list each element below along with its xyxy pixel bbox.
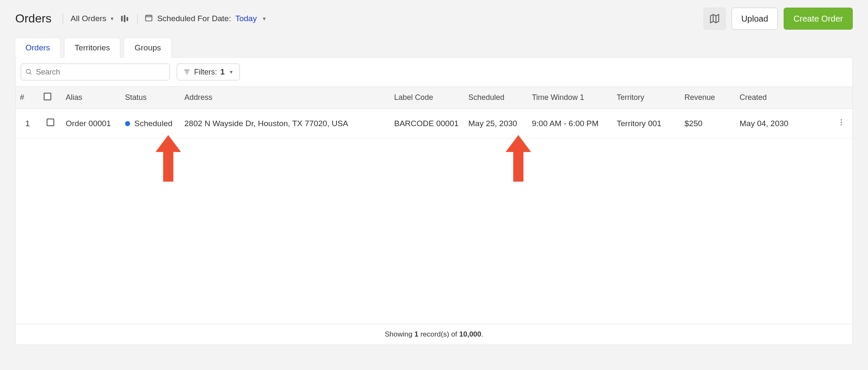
cell-scheduled: May 25, 2030 xyxy=(464,109,528,138)
svg-rect-3 xyxy=(145,15,152,21)
row-actions-button[interactable] xyxy=(830,109,852,138)
table-body-area xyxy=(16,138,852,324)
annotation-arrow-status xyxy=(156,135,181,182)
search-input[interactable] xyxy=(36,68,165,77)
tab-territories[interactable]: Territories xyxy=(64,38,120,58)
column-header-revenue[interactable]: Revenue xyxy=(680,87,735,109)
svg-marker-7 xyxy=(710,14,719,23)
column-header-label-code[interactable]: Label Code xyxy=(390,87,464,109)
map-button[interactable] xyxy=(704,8,726,30)
footer-suffix: . xyxy=(481,330,484,338)
orders-table: # Alias Status Address Label Code Schedu… xyxy=(16,87,852,138)
svg-rect-0 xyxy=(121,16,123,22)
svg-point-16 xyxy=(840,121,842,123)
cell-num: 1 xyxy=(16,109,39,138)
column-header-actions xyxy=(830,87,852,109)
tune-icon[interactable] xyxy=(119,13,131,25)
search-icon xyxy=(25,68,33,76)
column-header-alias[interactable]: Alias xyxy=(61,87,121,109)
svg-marker-19 xyxy=(506,135,531,182)
divider xyxy=(63,14,63,24)
cell-territory: Territory 001 xyxy=(612,109,680,138)
filters-label: Filters: xyxy=(194,68,217,77)
tab-orders[interactable]: Orders xyxy=(15,38,61,58)
svg-point-10 xyxy=(26,69,31,74)
cell-checkbox[interactable] xyxy=(39,109,61,138)
cell-time-window: 9:00 AM - 6:00 PM xyxy=(528,109,612,138)
svg-rect-1 xyxy=(124,15,125,22)
create-order-button[interactable]: Create Order xyxy=(784,8,853,30)
column-header-status[interactable]: Status xyxy=(121,87,180,109)
cell-status: Scheduled xyxy=(121,109,180,138)
svg-point-15 xyxy=(840,119,842,121)
status-dot-icon xyxy=(125,121,130,126)
footer-total: 10,000 xyxy=(459,330,481,338)
filter-icon xyxy=(183,68,191,76)
orders-scope-label: All Orders xyxy=(71,14,106,23)
cell-status-text: Scheduled xyxy=(134,119,172,128)
caret-down-icon: ▼ xyxy=(262,16,267,21)
annotation-arrow-scheduled xyxy=(506,135,531,182)
column-header-territory[interactable]: Territory xyxy=(612,87,680,109)
cell-created: May 04, 2030 xyxy=(735,109,830,138)
cell-label-code: BARCODE 00001 xyxy=(390,109,464,138)
svg-point-17 xyxy=(840,124,842,125)
footer-prefix: Showing xyxy=(385,330,415,338)
column-header-time-window[interactable]: Time Window 1 xyxy=(528,87,612,109)
column-header-address[interactable]: Address xyxy=(180,87,390,109)
cell-address: 2802 N Wayside Dr, Houston, TX 77020, US… xyxy=(180,109,390,138)
search-input-wrapper xyxy=(21,64,170,80)
cell-revenue: $250 xyxy=(680,109,735,138)
caret-down-icon: ▼ xyxy=(110,16,114,21)
orders-panel: Filters: 1 ▼ # Alias Status Address Labe… xyxy=(15,57,853,345)
more-vertical-icon xyxy=(837,118,846,127)
table-footer: Showing 1 record(s) of 10,000. xyxy=(16,324,852,345)
checkbox-icon xyxy=(44,93,51,100)
caret-down-icon: ▼ xyxy=(229,69,234,75)
date-filter-value: Today xyxy=(235,14,257,23)
svg-marker-18 xyxy=(156,135,181,182)
footer-middle: record(s) of xyxy=(418,330,459,338)
column-header-created[interactable]: Created xyxy=(735,87,830,109)
table-row[interactable]: 1 Order 00001 Scheduled 2802 N Wayside D… xyxy=(16,109,852,138)
calendar-icon xyxy=(145,14,153,24)
filters-button[interactable]: Filters: 1 ▼ xyxy=(177,64,240,80)
divider xyxy=(137,14,138,24)
upload-button[interactable]: Upload xyxy=(732,8,778,30)
column-header-scheduled[interactable]: Scheduled xyxy=(464,87,528,109)
filters-count: 1 xyxy=(220,68,225,77)
tab-groups[interactable]: Groups xyxy=(124,38,171,58)
page-title: Orders xyxy=(15,12,52,25)
date-filter-label: Scheduled For Date: xyxy=(157,14,231,23)
orders-scope-dropdown[interactable]: All Orders ▼ xyxy=(70,12,115,25)
cell-alias: Order 00001 xyxy=(61,109,121,138)
map-icon xyxy=(709,13,720,24)
tabs: Orders Territories Groups xyxy=(15,37,853,57)
column-header-num[interactable]: # xyxy=(16,87,39,109)
svg-rect-2 xyxy=(127,17,128,21)
column-header-checkbox[interactable] xyxy=(39,87,61,109)
svg-line-11 xyxy=(30,73,31,74)
date-filter[interactable]: Scheduled For Date: Today ▼ xyxy=(145,14,267,24)
checkbox-icon xyxy=(47,119,54,126)
footer-count: 1 xyxy=(415,330,418,338)
